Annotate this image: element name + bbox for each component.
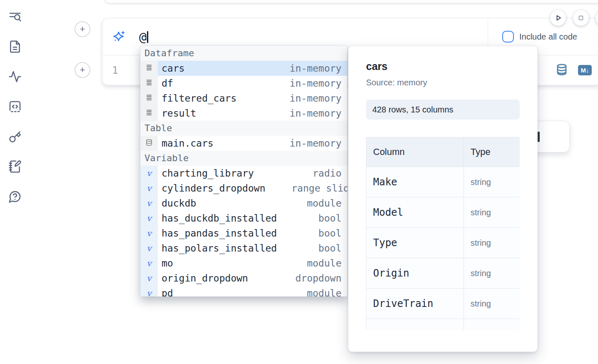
autocomplete-section-label: Variable [140, 151, 347, 166]
ai-prompt-input[interactable]: @ [139, 30, 148, 44]
column-type: string [464, 258, 520, 289]
item-type: bool [319, 228, 347, 239]
code-snippets-icon[interactable] [8, 100, 22, 113]
preview-shape-badge: 428 rows, 15 columns [366, 100, 520, 120]
partial-letter [538, 132, 540, 142]
item-name: df [162, 78, 173, 89]
preview-title: cars [366, 60, 520, 72]
table-icon [140, 136, 158, 151]
autocomplete-section-label: Dataframe [140, 46, 347, 61]
dataframe-icon [140, 91, 158, 106]
variable-icon: v [140, 166, 158, 181]
autocomplete-item-cylinders_dropdown[interactable]: vcylinders_dropdownrange_slider [140, 181, 347, 196]
markdown-convert-icon[interactable]: M↓ [578, 65, 592, 75]
item-type: module [307, 198, 347, 209]
item-name: has_pandas_installed [162, 228, 277, 239]
autocomplete-item-origin_dropdown[interactable]: vorigin_dropdowndropdown [140, 271, 347, 286]
column-row [366, 319, 520, 331]
column-type: string [464, 228, 520, 258]
column-type: string [464, 289, 520, 319]
autocomplete-item-charting_library[interactable]: vcharting_libraryradio [140, 166, 347, 181]
column-row: Modelstring [366, 197, 520, 228]
item-type: module [307, 288, 347, 297]
item-type: dropdown [295, 273, 347, 284]
line-number: 1 [112, 65, 118, 76]
column-name: DriveTrain [366, 289, 464, 319]
marimo-notebook: + + @ Include all code 1 [0, 0, 598, 364]
type-header: Type [464, 137, 520, 167]
column-name: Make [366, 167, 464, 197]
variable-icon: v [140, 196, 158, 211]
play-icon [553, 13, 563, 23]
variable-icon: v [140, 256, 158, 271]
item-name: has_polars_installed [162, 243, 277, 254]
notebook-pen-icon[interactable] [8, 160, 22, 173]
autocomplete-item-filtered_cars[interactable]: filtered_carsin-memory [140, 91, 347, 106]
autocomplete-item-has_pandas_installed[interactable]: vhas_pandas_installedbool [140, 226, 347, 241]
column-row: DriveTrainstring [366, 289, 520, 319]
dataframe-icon [140, 76, 158, 91]
item-type: bool [319, 213, 347, 224]
stop-button[interactable] [573, 10, 589, 26]
variable-icon: v [140, 211, 158, 226]
sparkles-icon [112, 30, 126, 43]
column-row: Originstring [366, 258, 520, 289]
item-type: range_slider [292, 183, 347, 194]
item-type: in-memory [289, 138, 347, 149]
cell-action-icons: M↓ [556, 55, 592, 85]
item-name: cylinders_dropdown [162, 183, 265, 194]
column-type: string [464, 197, 520, 228]
autocomplete-item-main.cars[interactable]: main.carsin-memory [140, 136, 347, 151]
item-name: filtered_cars [162, 93, 237, 104]
autocomplete-item-pd[interactable]: vpdmodule [140, 286, 347, 297]
autocomplete-item-has_duckdb_installed[interactable]: vhas_duckdb_installedbool [140, 211, 347, 226]
text-cursor [147, 31, 148, 43]
variable-icon: v [140, 241, 158, 256]
key-icon[interactable] [8, 130, 22, 143]
column-name: Model [366, 197, 464, 228]
item-name: charting_library [162, 168, 254, 179]
include-all-code-checkbox[interactable] [502, 31, 514, 42]
run-cell-button[interactable] [550, 10, 566, 26]
item-name: duckdb [162, 198, 196, 209]
item-name: mo [162, 258, 173, 269]
item-name: origin_dropdown [162, 273, 248, 284]
preview-table-wrap: Column Type MakestringModelstringTypestr… [366, 137, 520, 330]
column-name: Type [366, 228, 464, 258]
text-search-icon[interactable] [8, 10, 22, 23]
item-type: in-memory [289, 63, 347, 74]
dataframe-preview-card: cars Source: memory 428 rows, 15 columns… [348, 46, 538, 352]
database-icon[interactable] [556, 63, 568, 77]
stop-icon [576, 13, 586, 23]
item-type: in-memory [289, 78, 347, 89]
preview-source: Source: memory [366, 78, 520, 87]
autocomplete-item-result[interactable]: resultin-memory [140, 106, 347, 121]
help-chat-icon[interactable] [8, 190, 22, 203]
autocomplete-item-duckdb[interactable]: vduckdbmodule [140, 196, 347, 211]
variable-icon: v [140, 226, 158, 241]
column-header: Column [366, 137, 464, 167]
autocomplete-item-df[interactable]: dfin-memory [140, 76, 347, 91]
variable-icon: v [140, 271, 158, 286]
item-type: bool [319, 243, 347, 254]
autocomplete-item-has_polars_installed[interactable]: vhas_polars_installedbool [140, 241, 347, 256]
left-sidebar [8, 10, 22, 203]
item-type: in-memory [289, 93, 347, 104]
variable-icon: v [140, 286, 158, 297]
column-type [464, 319, 520, 331]
column-row: Makestring [366, 167, 520, 197]
add-cell-above-button[interactable]: + [75, 21, 90, 37]
item-name: result [162, 108, 196, 119]
dataframe-icon [140, 61, 158, 76]
autocomplete-dropdown: Dataframecarsin-memorydfin-memoryfiltere… [140, 46, 347, 297]
column-name [366, 319, 464, 331]
activity-icon[interactable] [8, 70, 22, 83]
include-all-code-label: Include all code [519, 32, 577, 42]
autocomplete-item-mo[interactable]: vmomodule [140, 256, 347, 271]
variable-icon: v [140, 181, 158, 196]
file-text-icon[interactable] [8, 40, 22, 53]
item-name: main.cars [162, 138, 214, 149]
autocomplete-item-cars[interactable]: carsin-memory [140, 61, 347, 76]
autocomplete-section-label: Table [140, 121, 347, 136]
add-cell-below-button[interactable]: + [75, 62, 90, 78]
